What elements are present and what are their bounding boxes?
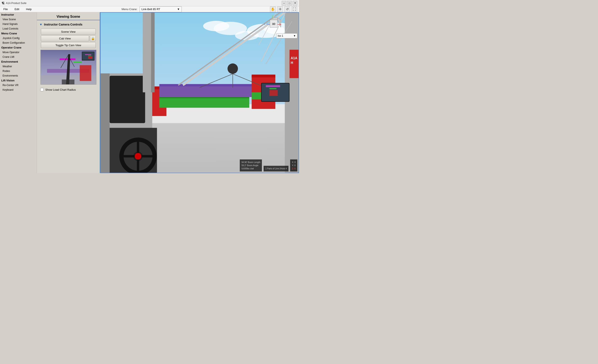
load-chart-checkbox[interactable] bbox=[40, 88, 44, 91]
camera-controls-title: Instructor Camera Controls bbox=[44, 23, 83, 26]
boom-info: 94.90' Boom Length 59.2° Boom Angle 9,60… bbox=[240, 159, 262, 172]
svg-marker-67 bbox=[277, 18, 281, 27]
camera-controls-header: ▼ Instructor Camera Controls bbox=[37, 22, 100, 28]
svg-text:A1A: A1A bbox=[291, 56, 297, 60]
svg-rect-3 bbox=[60, 58, 75, 60]
svg-rect-5 bbox=[80, 65, 91, 81]
svg-marker-66 bbox=[270, 18, 277, 20]
minimize-button[interactable]: ─ bbox=[282, 1, 286, 6]
sidebar-item-view-scene[interactable]: View Scene bbox=[0, 17, 37, 22]
sidebar: Instructor View Scene Hand Signals Load … bbox=[0, 12, 37, 173]
iso-dropdown[interactable]: Iso 1 ▼ bbox=[276, 33, 297, 38]
load-chart-label: Show Load Chart Radius bbox=[45, 88, 76, 91]
svg-rect-27 bbox=[159, 85, 254, 97]
sidebar-item-rodeo[interactable]: Rodeo bbox=[0, 69, 37, 73]
svg-text:3D: 3D bbox=[272, 23, 275, 25]
boom-length-text: 94.90' Boom Length bbox=[241, 161, 260, 164]
tip-cam-svg bbox=[41, 50, 96, 84]
sidebar-section-instructor: Instructor bbox=[0, 12, 37, 17]
y-coord: Y: 0 bbox=[292, 164, 296, 167]
maximize-button[interactable]: □ bbox=[287, 1, 292, 6]
svg-rect-4 bbox=[73, 62, 82, 63]
title-bar: 🏗 A1A Product Suite ─ □ ✕ bbox=[0, 0, 299, 6]
cab-view-button[interactable]: Cab View bbox=[41, 35, 89, 41]
sidebar-section-operator-crane: Operator Crane bbox=[0, 45, 37, 50]
navigation-cube[interactable]: y z 3D bbox=[263, 14, 282, 33]
toggle-tip-cam-button[interactable]: Toggle Tip Cam View bbox=[41, 42, 96, 48]
app-icon: 🏗 bbox=[2, 1, 5, 5]
hud-info: 94.90' Boom Length 59.2° Boom Angle 9,60… bbox=[240, 159, 297, 172]
fullscreen-tool-icon[interactable]: ⛶ bbox=[291, 6, 297, 12]
sidebar-item-crane-lmi[interactable]: Crane LMI bbox=[0, 55, 37, 59]
crane-scene-svg: A1A H bbox=[100, 12, 299, 173]
sidebar-section-menu-crane: Menu Crane bbox=[0, 31, 37, 36]
sidebar-item-keyboard[interactable]: Keyboard bbox=[0, 88, 37, 92]
sidebar-item-hand-signals[interactable]: Hand Signals bbox=[0, 22, 37, 26]
sidebar-item-environments[interactable]: Environments bbox=[0, 73, 37, 78]
svg-point-40 bbox=[135, 153, 141, 159]
iso-dropdown-value: Iso 1 bbox=[278, 34, 283, 37]
svg-rect-59 bbox=[143, 12, 151, 92]
menu-file[interactable]: File bbox=[2, 7, 9, 11]
tip-cam-preview bbox=[41, 50, 96, 84]
svg-text:H: H bbox=[291, 61, 293, 65]
z-coord: Z: 0 bbox=[292, 167, 296, 170]
svg-rect-13 bbox=[88, 56, 91, 56]
svg-rect-14 bbox=[88, 56, 92, 59]
svg-point-20 bbox=[203, 21, 229, 31]
lock-button[interactable]: 🔒 bbox=[90, 35, 96, 41]
svg-rect-53 bbox=[266, 85, 280, 87]
viewport[interactable]: A1A H y z 3D bbox=[100, 12, 299, 173]
boom-angle-text: 59.2° Boom Angle bbox=[241, 164, 260, 167]
svg-text:y: y bbox=[272, 14, 274, 17]
sidebar-item-boom-configuration[interactable]: Boom Configuration bbox=[0, 41, 37, 45]
svg-rect-34 bbox=[110, 76, 145, 123]
sidebar-item-move-operator[interactable]: Move Operator bbox=[0, 50, 37, 55]
xyz-info: X: 0 Y: 0 Z: 0 bbox=[290, 159, 297, 172]
counterweight-text: 9,600lbs ctwt bbox=[241, 167, 260, 170]
sidebar-item-weather[interactable]: Weather bbox=[0, 64, 37, 69]
sidebar-item-recenter-vr[interactable]: Re-Center VR bbox=[0, 83, 37, 88]
sidebar-item-load-controls[interactable]: Load Controls bbox=[0, 26, 37, 31]
panel: Viewing Scene ▼ Instructor Camera Contro… bbox=[37, 12, 100, 173]
crane-dropdown-value: Link-Belt 85 RT bbox=[141, 8, 160, 11]
svg-rect-9 bbox=[62, 80, 75, 84]
menu-help[interactable]: Help bbox=[24, 7, 33, 11]
svg-point-44 bbox=[227, 64, 238, 74]
toolbar-icons: ✋ ✛ ↺ ⛶ bbox=[270, 6, 297, 12]
cab-view-row: Cab View 🔒 bbox=[41, 35, 96, 41]
iso-chevron-icon: ▼ bbox=[293, 34, 296, 37]
crane-dropdown[interactable]: Link-Belt 85 RT ▼ bbox=[140, 6, 182, 12]
svg-rect-12 bbox=[85, 54, 91, 55]
toolbar-crane-label: Menu Crane: bbox=[121, 8, 137, 11]
parts-of-line-text: 1 Parts of Line (Hoist # bbox=[265, 167, 287, 170]
lock-icon: 🔒 bbox=[91, 37, 95, 40]
main-layout: Instructor View Scene Hand Signals Load … bbox=[0, 12, 299, 173]
menu-bar: File Edit Help Menu Crane: Link-Belt 85 … bbox=[0, 6, 299, 12]
svg-rect-30 bbox=[252, 75, 275, 77]
title-bar-left: 🏗 A1A Product Suite bbox=[2, 1, 26, 5]
sidebar-section-lift-vision: Lift Vision bbox=[0, 78, 37, 83]
menu-edit[interactable]: Edit bbox=[13, 7, 21, 11]
sidebar-item-joystick-config[interactable]: Joystick Config bbox=[0, 36, 37, 41]
svg-rect-25 bbox=[159, 97, 249, 108]
show-load-chart-row: Show Load Chart Radius bbox=[37, 86, 100, 93]
close-button[interactable]: ✕ bbox=[293, 1, 297, 6]
hand-tool-icon[interactable]: ✋ bbox=[270, 6, 276, 12]
svg-rect-60 bbox=[151, 12, 155, 92]
line-info: 1 Parts of Line (Hoist # bbox=[264, 166, 289, 172]
sidebar-section-environment: Environment bbox=[0, 59, 37, 64]
svg-rect-33 bbox=[100, 73, 110, 173]
nav-cube-svg: y z 3D bbox=[263, 14, 282, 35]
collapse-arrow-icon[interactable]: ▼ bbox=[39, 23, 42, 26]
svg-rect-54 bbox=[269, 88, 277, 89]
x-coord: X: 0 bbox=[292, 161, 296, 164]
scene-view-button[interactable]: Scene View bbox=[41, 29, 96, 35]
svg-rect-55 bbox=[269, 90, 278, 96]
chevron-down-icon: ▼ bbox=[177, 8, 180, 11]
svg-text:z: z bbox=[264, 23, 266, 25]
panel-title: Viewing Scene bbox=[37, 12, 100, 20]
rotate-tool-icon[interactable]: ↺ bbox=[284, 6, 290, 12]
title-bar-title: A1A Product Suite bbox=[6, 2, 26, 5]
move-tool-icon[interactable]: ✛ bbox=[277, 6, 283, 12]
